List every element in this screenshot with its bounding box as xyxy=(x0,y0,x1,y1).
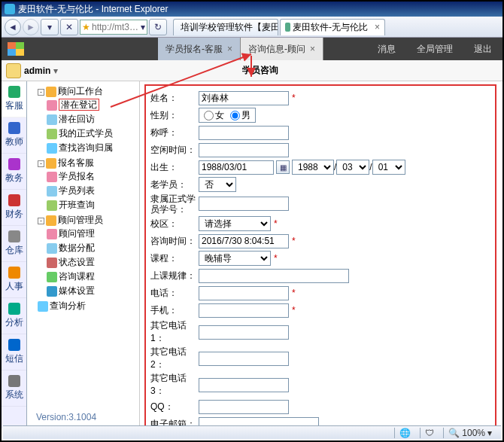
nick-input[interactable] xyxy=(199,126,289,140)
address-bar[interactable]: ★ http://mt3… ▾ xyxy=(80,20,147,35)
tree-label: 我的正式学员 xyxy=(59,128,113,139)
callback-icon xyxy=(47,114,57,125)
birth-input[interactable] xyxy=(199,160,274,175)
tree-label: 状态设置 xyxy=(59,257,95,267)
rail-item[interactable]: 教师 xyxy=(2,117,26,154)
birth-month-select[interactable]: 03 xyxy=(336,160,369,175)
other1-input[interactable] xyxy=(199,325,289,340)
name-input[interactable] xyxy=(199,91,289,105)
search-icon xyxy=(47,143,57,154)
browser-tab[interactable]: 培训学校管理软件【麦田官… xyxy=(173,19,278,35)
birth-day-select[interactable]: 01 xyxy=(372,160,405,175)
gender-female[interactable]: 女 xyxy=(204,109,224,122)
tree-label: 数据分配 xyxy=(59,242,95,253)
old-select[interactable]: 否 xyxy=(199,177,236,192)
close-icon[interactable]: × xyxy=(227,44,232,54)
tree-node[interactable]: -顾问管理员 顾问管理 数据分配 状态设置 咨询课程 媒体设置 xyxy=(38,213,138,299)
required-mark: * xyxy=(292,93,296,103)
rail-item[interactable]: 教务 xyxy=(2,154,26,190)
nav-fwd-button[interactable]: ► xyxy=(23,19,39,35)
admin-badge[interactable]: admin ▾ xyxy=(2,63,62,78)
tree-node[interactable]: 我的正式学员 xyxy=(47,127,138,141)
label-name: 姓名： xyxy=(150,92,199,105)
consult-time-input[interactable] xyxy=(199,234,289,248)
label-birth: 出生： xyxy=(150,161,199,174)
tree-node[interactable]: -顾问工作台 潜在登记 潜在回访 我的正式学员 查找咨询归属 xyxy=(38,84,138,156)
chevron-down-icon: ▾ xyxy=(53,66,58,76)
calendar-icon[interactable]: ▦ xyxy=(276,160,290,174)
required-mark: * xyxy=(292,236,296,246)
tree-node[interactable]: 开班查询 xyxy=(47,198,138,212)
course-select[interactable]: 晚辅导 xyxy=(199,251,271,266)
close-icon[interactable]: × xyxy=(310,44,315,54)
tree-node[interactable]: 顾问管理 xyxy=(47,227,138,241)
exit-button[interactable]: 退出 xyxy=(463,38,502,60)
rail-item[interactable]: 短信 xyxy=(2,334,26,370)
label-formal: 隶属正式学员学号： xyxy=(150,194,199,215)
class-icon xyxy=(47,200,57,211)
tree-node[interactable]: 潜在回访 xyxy=(47,112,138,127)
collapse-icon[interactable]: - xyxy=(38,218,44,224)
rail-label: 短信 xyxy=(5,352,23,365)
nav-dropdown[interactable]: ▾ xyxy=(41,19,59,35)
tree-node[interactable]: 查询分析 xyxy=(38,299,138,313)
media-icon xyxy=(47,286,57,297)
rail-icon xyxy=(8,194,20,206)
mobile-input[interactable] xyxy=(199,303,289,318)
refresh-button[interactable]: ↻ xyxy=(149,19,167,35)
zoom-control[interactable]: 🔍100% ▾ xyxy=(443,428,496,438)
rail-item[interactable]: 系统 xyxy=(2,370,26,407)
mgr-icon xyxy=(47,229,57,239)
free-input[interactable] xyxy=(199,143,289,157)
tree-node[interactable]: 查找咨询归属 xyxy=(47,141,138,155)
nav-stop-button[interactable]: ✕ xyxy=(60,19,78,35)
gender-male[interactable]: 男 xyxy=(230,109,250,122)
rail-item[interactable]: 分析 xyxy=(2,298,26,334)
other2-input[interactable] xyxy=(199,352,289,366)
app-header: 学员报名-客服× 咨询信息-顾问× 消息 全局管理 退出 xyxy=(2,38,502,60)
rail-label: 人事 xyxy=(5,280,23,293)
tab-enroll[interactable]: 学员报名-客服× xyxy=(158,38,241,60)
rail-item[interactable]: 仓库 xyxy=(2,226,26,262)
tab-consult[interactable]: 咨询信息-顾问× xyxy=(241,38,323,60)
rule-input[interactable] xyxy=(199,269,349,283)
formal-input[interactable] xyxy=(199,197,289,211)
ie-icon xyxy=(5,4,15,14)
zoom-value: 100% xyxy=(462,428,485,438)
tree-node[interactable]: -报名客服 学员报名 学员列表 开班查询 xyxy=(38,156,138,213)
tree-node[interactable]: 学员列表 xyxy=(47,184,138,198)
tree-node[interactable]: 咨询课程 xyxy=(47,270,138,284)
label-campus: 校区： xyxy=(150,218,199,230)
tree-label: 开班查询 xyxy=(59,200,95,210)
other3-input[interactable] xyxy=(199,378,289,392)
collapse-icon[interactable]: - xyxy=(38,89,44,96)
folder-icon xyxy=(46,215,56,226)
global-button[interactable]: 全局管理 xyxy=(406,38,463,60)
phone-input[interactable] xyxy=(199,286,289,300)
nav-back-button[interactable]: ◄ xyxy=(5,19,21,35)
tree-label: 潜在登记 xyxy=(59,99,99,111)
sub-header: admin ▾ 学员咨询 xyxy=(2,60,502,81)
tree-node[interactable]: 潜在登记 xyxy=(47,98,138,112)
msg-button[interactable]: 消息 xyxy=(367,38,406,60)
admin-name: admin xyxy=(24,66,50,76)
tree-node[interactable]: 状态设置 xyxy=(47,255,138,270)
browser-tab[interactable]: 麦田软件-无与伦比× xyxy=(280,19,385,35)
rail-item[interactable]: 客服 xyxy=(2,81,26,117)
required-mark: * xyxy=(274,253,278,264)
rail-item[interactable]: 财务 xyxy=(2,190,26,226)
birth-year-select[interactable]: 1988 xyxy=(292,160,334,175)
campus-select[interactable]: 请选择 xyxy=(199,216,271,231)
rail-icon xyxy=(8,122,20,134)
rail-label: 教师 xyxy=(5,136,23,148)
tree-node[interactable]: 数据分配 xyxy=(47,241,138,255)
nav-tree: -顾问工作台 潜在登记 潜在回访 我的正式学员 查找咨询归属 -报名客服 学员报… xyxy=(27,81,140,428)
close-icon[interactable]: × xyxy=(375,22,380,32)
rail-item[interactable]: 人事 xyxy=(2,262,26,298)
label-gender: 性别： xyxy=(150,109,199,122)
qq-input[interactable] xyxy=(199,400,289,414)
tree-node[interactable]: 学员报名 xyxy=(47,169,138,184)
tree-node[interactable]: 媒体设置 xyxy=(47,284,138,298)
tree-label: 查询分析 xyxy=(50,300,86,311)
collapse-icon[interactable]: - xyxy=(38,160,44,167)
